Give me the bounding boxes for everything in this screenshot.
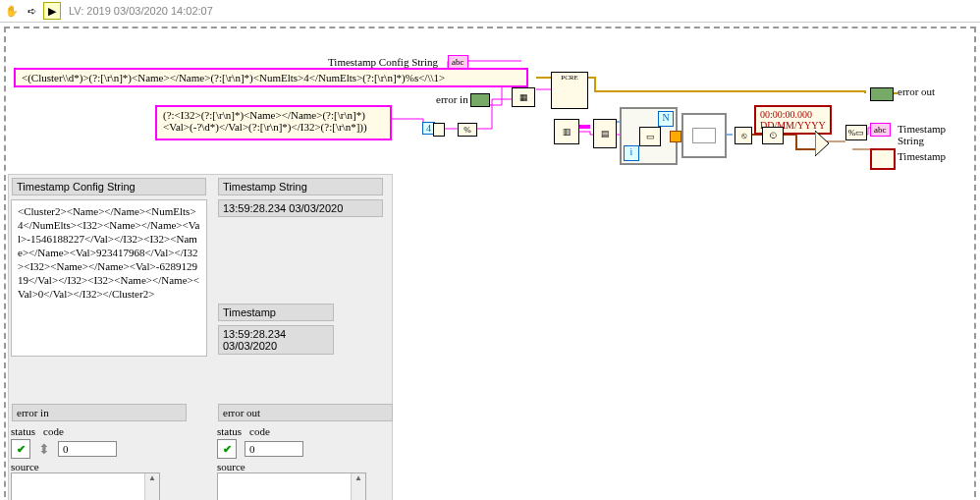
front-panel-area: Timestamp Config String <Cluster2><Name>… (8, 174, 393, 500)
ts-value: 13:59:28.234 03/03/2020 (218, 325, 334, 355)
status-label: status (11, 425, 35, 437)
error-in-terminal-icon[interactable] (470, 93, 490, 107)
scrollbar-out[interactable]: ▲▼ (351, 473, 365, 500)
error-in-panel-title: error in (12, 404, 187, 421)
mult-string-node-icon (433, 123, 445, 137)
run-icon[interactable]: ▶ (43, 2, 61, 20)
error-out-label: error out (898, 85, 935, 97)
code-label-out: code (249, 425, 270, 437)
timestamp-indicator-icon[interactable] (870, 148, 896, 170)
format-into-string-icon: ▦ (512, 87, 535, 107)
config-string-label: Timestamp Config String (328, 56, 438, 68)
block-diagram: Timestamp Config String abc <(Cluster\\d… (4, 27, 976, 500)
source-box-out: ▲▼ (217, 472, 366, 500)
ts-panel-title: Timestamp (218, 304, 334, 321)
merge-errors-icon (815, 131, 829, 156)
format-datetime-icon: ⏲ (762, 127, 784, 144)
error-out-terminal-icon[interactable] (870, 87, 894, 101)
scrollbar-in[interactable]: ▲▼ (144, 473, 159, 500)
error-out-panel-title: error out (218, 404, 393, 421)
format-string-icon: %▭ (845, 125, 867, 140)
svg-marker-0 (815, 131, 829, 156)
format-string-node-icon: % (458, 123, 477, 137)
code-label: code (43, 425, 64, 437)
code-value-in[interactable]: 0 (58, 441, 117, 457)
for-loop: N i ▭ (620, 107, 678, 165)
arrow-icon[interactable]: ➪ (24, 3, 39, 19)
type-cast-icon (681, 113, 727, 158)
loop-i-terminal: i (624, 145, 639, 161)
window-title: LV: 2019 03/03/2020 14:02:07 (69, 5, 213, 17)
ts-string-panel-title: Timestamp String (218, 178, 383, 195)
status-led-in[interactable]: ✔ (11, 439, 30, 459)
error-in-label: error in (436, 93, 468, 105)
regex-constant-2[interactable]: (?:<I32>(?:[\r\n]*)<Name></Name>(?:[\r\n… (155, 105, 392, 140)
scan-value-icon: ▭ (639, 127, 661, 146)
match-regex-node-icon: ▥ (554, 119, 579, 144)
source-label-in: source (11, 461, 188, 472)
cfg-string-panel-title: Timestamp Config String (12, 178, 206, 195)
source-label-out: source (217, 461, 394, 472)
status-led-out: ✔ (217, 439, 237, 459)
source-box-in[interactable]: ▲▼ (11, 472, 160, 500)
ts-string-value: 13:59:28.234 03/03/2020 (218, 199, 383, 217)
loop-n-terminal: N (658, 111, 674, 127)
hand-tool-icon[interactable]: ✋ (4, 3, 20, 19)
string-indicator-icon[interactable]: abc (870, 123, 891, 137)
output-tunnel-icon (670, 131, 681, 142)
cfg-string-value[interactable]: <Cluster2><Name></Name><NumElts>4</NumEl… (11, 199, 207, 357)
ts-label: Timestamp (898, 150, 946, 162)
code-spinner-icon[interactable]: ⬍ (38, 441, 50, 458)
pcre-match-icon: PCRE (551, 72, 588, 109)
build-array-icon: ▤ (593, 119, 617, 148)
code-value-out: 0 (245, 441, 303, 457)
string-control-icon[interactable]: abc (448, 55, 468, 69)
ts-string-label: Timestamp String (898, 123, 974, 146)
regex-constant-1[interactable]: <(Cluster\\d*)>(?:[\r\n]*)<Name></Name>(… (14, 68, 528, 87)
to-timestamp-icon: ⎋ (735, 127, 752, 144)
status-label-out: status (217, 425, 242, 437)
